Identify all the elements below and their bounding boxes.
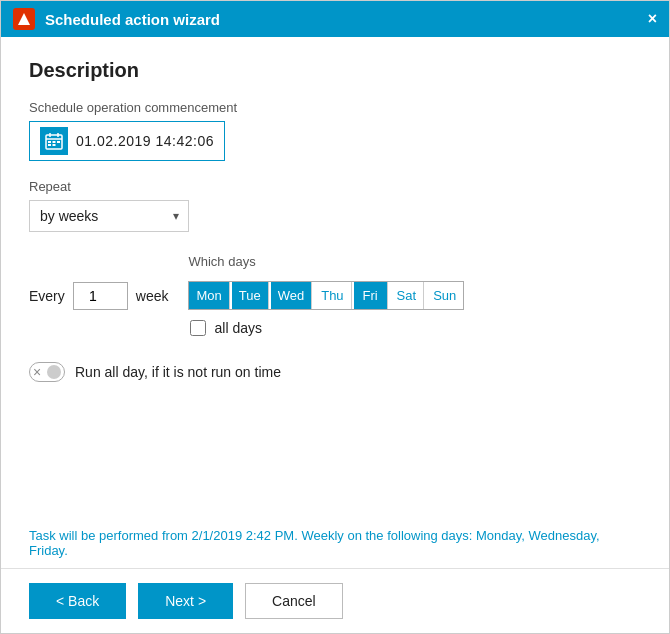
svg-marker-0 — [18, 13, 30, 25]
day-wed[interactable]: Wed — [271, 282, 313, 309]
info-text: Task will be performed from 2/1/2019 2:4… — [29, 528, 600, 558]
next-button[interactable]: Next > — [138, 583, 233, 619]
section-title: Description — [29, 59, 641, 82]
svg-rect-5 — [48, 141, 51, 143]
form-content: Description Schedule operation commencem… — [1, 37, 669, 568]
all-days-checkbox[interactable] — [190, 320, 206, 336]
day-thu[interactable]: Thu — [314, 282, 351, 309]
info-bar: Task will be performed from 2/1/2019 2:4… — [29, 514, 641, 568]
run-allday-row: Run all day, if it is not run on time — [29, 362, 641, 382]
weekly-config: Every week Which days Mon Tue Wed Thu Fr… — [29, 254, 641, 336]
window-title: Scheduled action wizard — [45, 11, 648, 28]
svg-rect-9 — [53, 144, 56, 146]
svg-rect-8 — [48, 144, 51, 146]
repeat-select-wrapper: by weeks by days by months ▾ — [29, 200, 189, 232]
every-input[interactable] — [73, 282, 128, 310]
day-tue[interactable]: Tue — [232, 282, 269, 309]
every-label: Every — [29, 288, 65, 304]
app-icon — [13, 8, 35, 30]
title-bar: Scheduled action wizard × — [1, 1, 669, 37]
every-row: Every week — [29, 282, 168, 310]
datetime-value: 01.02.2019 14:42:06 — [76, 133, 214, 149]
all-days-label: all days — [214, 320, 261, 336]
wizard-window: Scheduled action wizard × Description Sc… — [0, 0, 670, 634]
day-sun[interactable]: Sun — [426, 282, 463, 309]
run-allday-toggle[interactable] — [29, 362, 65, 382]
repeat-section: Repeat by weeks by days by months ▾ — [29, 179, 641, 232]
footer: < Back Next > Cancel — [1, 568, 669, 633]
repeat-label: Repeat — [29, 179, 641, 194]
back-button[interactable]: < Back — [29, 583, 126, 619]
repeat-select[interactable]: by weeks by days by months — [29, 200, 189, 232]
all-days-row: all days — [190, 320, 464, 336]
svg-rect-6 — [53, 141, 56, 143]
close-button[interactable]: × — [648, 10, 657, 28]
which-days-label: Which days — [188, 254, 464, 269]
run-allday-text: Run all day, if it is not run on time — [75, 364, 281, 380]
day-mon[interactable]: Mon — [189, 282, 229, 309]
day-fri[interactable]: Fri — [354, 282, 388, 309]
calendar-icon — [40, 127, 68, 155]
cancel-button[interactable]: Cancel — [245, 583, 343, 619]
day-sat[interactable]: Sat — [390, 282, 425, 309]
svg-rect-7 — [57, 141, 60, 143]
which-days-section: Which days Mon Tue Wed Thu Fri Sat Sun a… — [188, 254, 464, 336]
datetime-picker-button[interactable]: 01.02.2019 14:42:06 — [29, 121, 225, 161]
schedule-label: Schedule operation commencement — [29, 100, 641, 115]
every-unit: week — [136, 288, 169, 304]
days-row: Mon Tue Wed Thu Fri Sat Sun — [188, 281, 464, 310]
